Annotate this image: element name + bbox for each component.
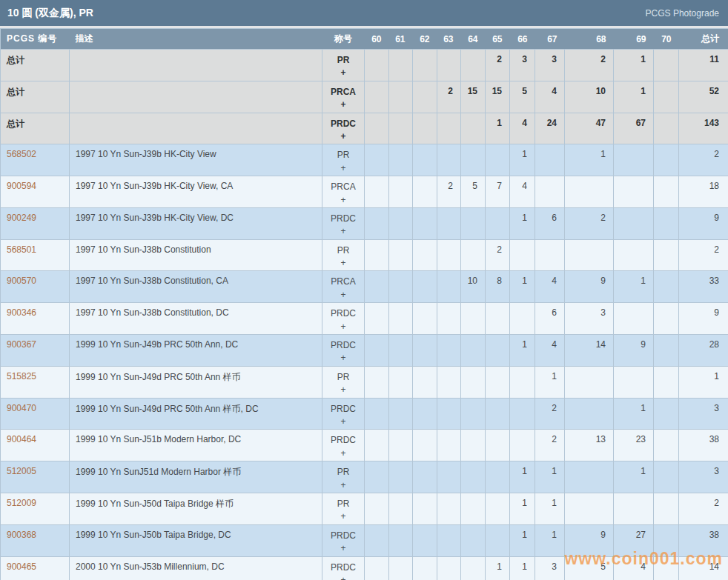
grade-62-cell <box>413 366 437 398</box>
designation-plus: + <box>323 130 363 143</box>
column-header-68: 68 <box>565 29 614 50</box>
designation-label: PRDC <box>323 118 363 130</box>
grade-66-cell: 1 <box>510 524 535 556</box>
grade-67-cell: 2 <box>535 398 565 430</box>
grade-61-cell <box>389 271 413 303</box>
designation-label: PR <box>323 149 363 161</box>
pcgs-number-link[interactable]: 900346 <box>7 307 36 318</box>
grade-63-cell: 2 <box>437 176 461 208</box>
row-total-cell: 28 <box>679 335 728 367</box>
grade-60-cell <box>365 239 389 271</box>
designation-label: PR <box>323 371 363 384</box>
grade-63-cell: 2 <box>437 81 461 113</box>
pcgs-number-link[interactable]: 515825 <box>7 371 36 381</box>
designation-cell: PRDC + <box>322 524 365 556</box>
row-total-cell: 2 <box>679 144 728 176</box>
grade-66-cell: 1 <box>510 493 535 524</box>
pcgs-number-link[interactable]: 900368 <box>7 530 36 540</box>
grade-60-cell <box>365 81 389 113</box>
grade-64-cell <box>461 524 486 556</box>
column-header-67: 67 <box>535 29 565 50</box>
grade-64-cell: 5 <box>461 176 486 208</box>
grade-68-cell <box>565 366 614 398</box>
table-row: 900570 1997 10 Yn Sun-J38b Constitution,… <box>1 271 728 303</box>
pcgs-number-link[interactable]: 900367 <box>7 339 36 350</box>
designation-plus: + <box>323 194 363 207</box>
description-cell: 1999 10 Yn Sun-J49d PRC 50th Ann 样币, DC <box>70 398 322 430</box>
grade-65-cell: 8 <box>486 271 510 303</box>
grade-61-cell <box>389 144 413 176</box>
grade-64-cell <box>461 207 486 239</box>
total-row-label: 总计 <box>7 87 24 97</box>
designation-plus: + <box>323 510 363 523</box>
designation-plus: + <box>323 384 363 396</box>
row-total-cell: 9 <box>679 303 728 335</box>
description-cell <box>70 81 322 113</box>
column-header-62: 62 <box>413 29 437 50</box>
grade-64-cell: 15 <box>461 81 486 113</box>
row-total-cell: 143 <box>679 113 728 144</box>
grade-61-cell <box>389 207 413 239</box>
grade-69-cell: 67 <box>614 113 654 144</box>
designation-label: PRDC <box>323 213 363 225</box>
description-cell: 1997 10 Yn Sun-J38b Constitution, DC <box>70 303 322 335</box>
grade-67-cell: 4 <box>535 335 565 367</box>
pcgs-number-link[interactable]: 568501 <box>7 244 36 255</box>
pcgs-number-link[interactable]: 900464 <box>7 434 36 444</box>
column-header-65: 65 <box>486 29 510 50</box>
grade-67-cell: 2 <box>535 430 565 461</box>
grade-61-cell <box>389 493 413 524</box>
pcgs-number-link[interactable]: 512009 <box>7 498 36 508</box>
description-cell: 1999 10 Yn Sun-J49d PRC 50th Ann 样币 <box>70 366 322 398</box>
row-total-cell: 38 <box>679 430 728 461</box>
pcgs-number-link[interactable]: 900249 <box>7 213 36 223</box>
grade-68-cell: 3 <box>565 303 614 335</box>
grade-68-cell: 2 <box>565 207 614 239</box>
designation-plus: + <box>323 225 363 238</box>
pcgs-number-link[interactable]: 900465 <box>7 561 36 572</box>
grade-61-cell <box>389 113 413 144</box>
grade-60-cell <box>365 556 389 580</box>
grade-61-cell <box>389 398 413 430</box>
grade-63-cell <box>437 144 461 176</box>
grade-64-cell <box>461 303 486 335</box>
grade-61-cell <box>389 303 413 335</box>
grade-64-cell <box>461 493 486 524</box>
grade-65-cell <box>486 398 510 430</box>
grade-65-cell: 15 <box>486 81 510 113</box>
table-row: 515825 1999 10 Yn Sun-J49d PRC 50th Ann … <box>1 366 728 398</box>
grade-64-cell <box>461 398 486 430</box>
designation-label: PRDC <box>323 403 363 416</box>
grade-67-cell <box>535 176 565 208</box>
designation-plus: + <box>323 321 363 333</box>
pcgs-number-link[interactable]: 900594 <box>7 181 36 191</box>
grade-65-cell <box>486 493 510 524</box>
grade-66-cell: 1 <box>510 556 535 580</box>
grade-63-cell <box>437 335 461 367</box>
grade-65-cell <box>486 303 510 335</box>
grade-70-cell <box>654 398 679 430</box>
grade-61-cell <box>389 176 413 208</box>
grade-70-cell <box>654 50 679 81</box>
grade-67-cell <box>535 239 565 271</box>
pcgs-number-cell: 900570 <box>1 271 70 303</box>
description-cell: 1999 10 Yn Sun-J50d Taipa Bridge 样币 <box>70 493 322 524</box>
column-header-desig: 称号 <box>322 29 365 50</box>
pcgs-number-link[interactable]: 900470 <box>7 403 36 413</box>
description-cell: 1997 10 Yn Sun-J38b Constitution <box>70 239 322 271</box>
pcgs-number-link[interactable]: 512005 <box>7 466 36 476</box>
table-row: 900368 1999 10 Yn Sun-J50b Taipa Bridge,… <box>1 524 728 556</box>
pcgs-number-link[interactable]: 568502 <box>7 149 36 159</box>
row-total-cell: 3 <box>679 461 728 493</box>
table-header-row: PCGS 编号描述称号6061626364656667686970总计 <box>1 29 728 50</box>
grade-62-cell <box>413 144 437 176</box>
grade-67-cell: 24 <box>535 113 565 144</box>
table-row: 900464 1999 10 Yn Sun-J51b Modern Harbor… <box>1 430 728 461</box>
pcgs-number-link[interactable]: 900570 <box>7 276 36 286</box>
designation-plus: + <box>323 352 363 364</box>
grade-66-cell: 1 <box>510 144 535 176</box>
grade-70-cell <box>654 524 679 556</box>
grade-66-cell: 1 <box>510 335 535 367</box>
grade-65-cell <box>486 335 510 367</box>
grade-67-cell: 1 <box>535 524 565 556</box>
